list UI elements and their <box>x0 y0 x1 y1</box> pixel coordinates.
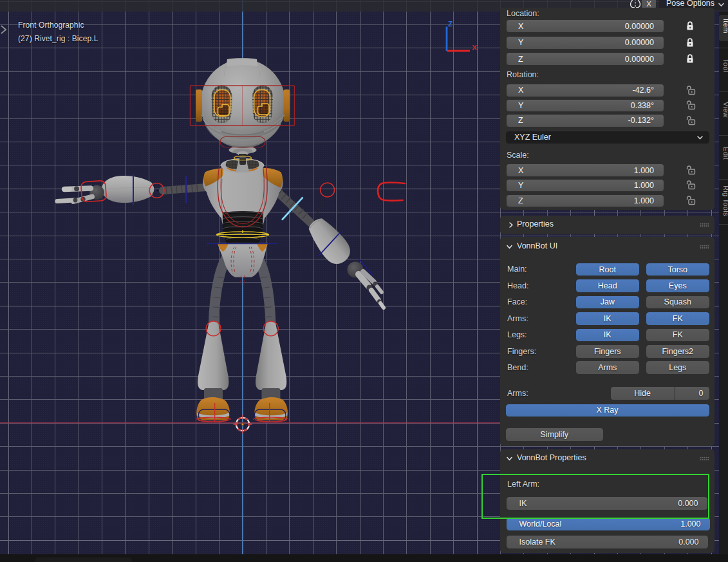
svg-text:X: X <box>472 44 477 52</box>
svg-text:Z: Z <box>448 20 453 28</box>
